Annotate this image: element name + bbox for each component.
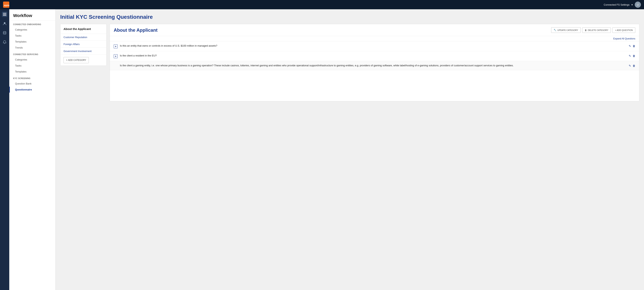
question-row: + Is this an entity that owns or control… <box>110 41 639 51</box>
page-title: Initial KYC Screening Questionnaire <box>60 14 639 20</box>
question-3-text: Is the client a gaming entity, i.e. one … <box>120 64 626 67</box>
category-item-government-involvement[interactable]: Government Involvement <box>60 48 106 55</box>
settings-dropdown-icon[interactable]: ▾ <box>632 3 633 6</box>
bell-rail-icon[interactable] <box>2 39 7 45</box>
question-1-text: Is this an entity that owns or controls … <box>120 44 626 48</box>
delete-question-1-icon[interactable]: 🗑 <box>632 45 635 48</box>
top-navigation: appian Connected FS Settings ▾ U <box>0 0 644 9</box>
edit-question-2-icon[interactable]: ✎ <box>629 54 631 57</box>
card-row: About the Applicant Customer Reputation … <box>60 24 639 101</box>
main-container: Workflow CONNECTED ONBOARDING Categories… <box>0 9 644 290</box>
users-rail-icon[interactable] <box>2 21 7 26</box>
add-question-label: + ADD QUESTION <box>615 29 633 31</box>
question-row: + Is the client a resident in the EU? ✎ … <box>110 51 639 61</box>
delete-category-label: DELETE CATEGORY <box>588 29 608 31</box>
category-panel: About the Applicant Customer Reputation … <box>60 24 106 66</box>
delete-question-3-icon[interactable]: 🗑 <box>632 64 635 67</box>
section-label-servicing: CONNECTED SERVICING <box>9 51 56 57</box>
add-question-button[interactable]: + ADD QUESTION <box>612 28 635 33</box>
avatar[interactable]: U <box>635 2 641 8</box>
trash-icon-header: 🗑 <box>585 29 587 31</box>
expand-question-1-button[interactable]: + <box>114 45 118 48</box>
delete-question-2-icon[interactable]: 🗑 <box>632 54 635 57</box>
svg-point-6 <box>3 32 6 33</box>
expand-all-link[interactable]: Expand All Questions <box>110 36 639 41</box>
database-rail-icon[interactable] <box>2 30 7 36</box>
sidebar: Workflow CONNECTED ONBOARDING Categories… <box>9 9 56 290</box>
question-3-actions: ✎ 🗑 <box>629 64 635 67</box>
edit-question-1-icon[interactable]: ✎ <box>629 45 631 48</box>
question-2-actions: ✎ 🗑 <box>629 54 635 57</box>
question-row: Is the client a gaming entity, i.e. one … <box>110 61 639 70</box>
sidebar-item-tasks-onboarding[interactable]: Tasks <box>9 33 56 39</box>
sidebar-item-questionnaire[interactable]: Questionnaire <box>9 87 56 93</box>
sidebar-item-templates-onboarding[interactable]: Templates <box>9 39 56 45</box>
edit-question-3-icon[interactable]: ✎ <box>629 64 631 67</box>
question-panel-title: About the Applicant <box>114 28 158 33</box>
category-item-foreign-affairs[interactable]: Foreign Affairs <box>60 41 106 48</box>
question-panel-header: About the Applicant 🔧 UPDATE CATEGORY 🗑 … <box>110 24 639 36</box>
sidebar-item-questionbank[interactable]: Question Bank <box>9 81 56 87</box>
section-label-onboarding: CONNECTED ONBOARDING <box>9 21 56 27</box>
left-rail <box>0 9 9 290</box>
sidebar-item-templates-servicing[interactable]: Templates <box>9 69 56 75</box>
svg-rect-2 <box>3 13 6 14</box>
sidebar-title: Workflow <box>9 9 56 21</box>
appian-logo[interactable]: appian <box>3 2 9 8</box>
sidebar-item-categories-servicing[interactable]: Categories <box>9 57 56 63</box>
update-category-label: UPDATE CATEGORY <box>557 29 578 31</box>
section-label-kyc: KYC SCREENING <box>9 75 56 81</box>
question-panel: About the Applicant 🔧 UPDATE CATEGORY 🗑 … <box>110 24 639 101</box>
sidebar-item-tasks-servicing[interactable]: Tasks <box>9 63 56 69</box>
question-2-text: Is the client a resident in the EU? <box>120 54 626 57</box>
question-1-actions: ✎ 🗑 <box>629 45 635 48</box>
header-buttons: 🔧 UPDATE CATEGORY 🗑 DELETE CATEGORY + AD… <box>551 27 635 33</box>
category-item-customer-reputation[interactable]: Customer Reputation <box>60 34 106 41</box>
svg-text:appian: appian <box>4 4 9 6</box>
svg-point-5 <box>4 22 6 24</box>
expand-question-2-button[interactable]: + <box>114 54 118 58</box>
category-panel-header: About the Applicant <box>60 24 106 34</box>
add-category-button[interactable]: + ADD CATEGORY <box>64 57 89 63</box>
wrench-icon: 🔧 <box>554 29 556 31</box>
sidebar-item-trends-onboarding[interactable]: Trends <box>9 45 56 51</box>
update-category-button[interactable]: 🔧 UPDATE CATEGORY <box>551 27 581 33</box>
settings-link[interactable]: Connected FS Settings <box>604 3 630 6</box>
sidebar-item-categories-onboarding[interactable]: Categories <box>9 27 56 33</box>
content-area: Initial KYC Screening Questionnaire Abou… <box>56 9 644 290</box>
top-nav-right: Connected FS Settings ▾ U <box>604 2 641 8</box>
svg-rect-3 <box>3 14 6 15</box>
delete-category-button[interactable]: 🗑 DELETE CATEGORY <box>582 28 611 33</box>
svg-rect-4 <box>3 15 6 16</box>
menu-rail-icon[interactable] <box>2 12 7 17</box>
